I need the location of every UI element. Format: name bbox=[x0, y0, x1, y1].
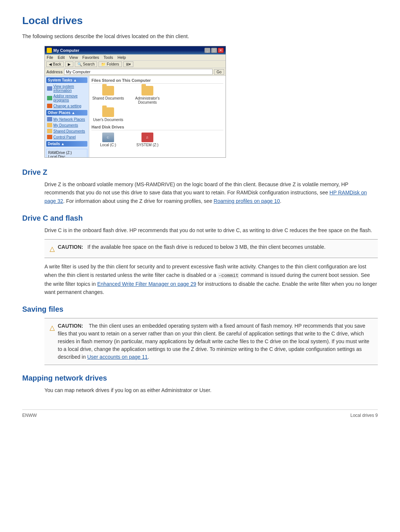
section-mapping-network-drives: Mapping network drives You can map netwo… bbox=[22, 374, 378, 394]
sidebar-item-icon bbox=[47, 117, 52, 121]
section-content-saving-files: △ CAUTION: The thin client uses an embed… bbox=[44, 318, 378, 365]
menu-favorites[interactable]: Favorites bbox=[82, 55, 99, 60]
caution-label-2: CAUTION: bbox=[58, 323, 83, 329]
page-footer: ENWW Local drives 9 bbox=[22, 409, 378, 418]
file-item-user-docs[interactable]: User's Documents bbox=[91, 107, 125, 122]
win-sidebar: System Tasks ▲ View system information A… bbox=[45, 76, 89, 157]
caution-box-saving: △ CAUTION: The thin client uses an embed… bbox=[44, 318, 378, 365]
sidebar-details-text: RAMDrive (Z:)Local DiscFile System: FATF… bbox=[48, 151, 86, 157]
caution-label: CAUTION: bbox=[58, 244, 83, 250]
link-roaming-profiles[interactable]: Roaming profiles on page 10 bbox=[214, 198, 280, 204]
hard-disk-drives-title: Hard Disk Drives bbox=[91, 125, 223, 130]
sidebar-item-label: My Documents bbox=[53, 123, 78, 127]
win-menubar: File Edit View Favorites Tools Help bbox=[45, 54, 226, 61]
drive-label: Local (C:) bbox=[100, 143, 116, 147]
file-row-user: User's Documents bbox=[91, 107, 223, 122]
sidebar-add-remove[interactable]: Add/or remove programs bbox=[46, 94, 87, 103]
intro-text: The following sections describe the loca… bbox=[22, 33, 378, 39]
file-item-system-z[interactable]: Z: SYSTEM (Z:) bbox=[131, 133, 164, 147]
sidebar-item-icon bbox=[47, 96, 52, 100]
caution-text-flash: CAUTION: If the available free space on … bbox=[58, 243, 326, 251]
section-content-drive-c: Drive C is in the onboard flash drive. H… bbox=[44, 226, 378, 296]
sidebar-my-network[interactable]: My Network Places bbox=[46, 117, 87, 122]
link-user-accounts[interactable]: User accounts on page 11 bbox=[87, 354, 147, 360]
section-title-drive-c-flash: Drive C and flash bbox=[22, 214, 378, 222]
back-button[interactable]: ◀ Back bbox=[46, 61, 64, 67]
section-title-drive-z: Drive Z bbox=[22, 168, 378, 177]
files-section-title: Files Stored on This Computer bbox=[91, 78, 223, 84]
drive-label: SYSTEM (Z:) bbox=[136, 143, 158, 147]
menu-file[interactable]: File bbox=[47, 55, 53, 60]
sidebar-item-label: Control Panel bbox=[53, 135, 76, 139]
drive-row: C: Local (C:) Z: SYSTEM (Z:) bbox=[91, 133, 223, 147]
mapping-para1: You can map network drives if you log on… bbox=[44, 386, 378, 394]
win-title-text: My Computer bbox=[47, 48, 79, 53]
search-button[interactable]: 🔍 Search bbox=[75, 61, 97, 67]
section-title-saving-files: Saving files bbox=[22, 305, 378, 314]
drive-z-para1: Drive Z is the onboard volatile memory (… bbox=[44, 180, 378, 205]
sidebar-item-icon bbox=[47, 129, 52, 133]
menu-view[interactable]: View bbox=[69, 55, 78, 60]
sidebar-shared-documents[interactable]: Shared Documents bbox=[46, 128, 87, 134]
sidebar-my-documents[interactable]: My Documents bbox=[46, 123, 87, 128]
my-computer-screenshot: My Computer _ □ ✕ File Edit View Favorit… bbox=[44, 46, 226, 158]
sidebar-details-box: RAMDrive (Z:)Local DiscFile System: FATF… bbox=[46, 149, 87, 157]
menu-help[interactable]: Help bbox=[117, 55, 126, 60]
caution-text-saving: CAUTION: The thin client uses an embedde… bbox=[58, 322, 373, 361]
drive-c-para1: Drive C is in the onboard flash drive. H… bbox=[44, 226, 378, 234]
file-row-shared: Shared Documents Administrator's Documen… bbox=[91, 86, 223, 104]
sidebar-item-icon bbox=[47, 123, 52, 127]
section-saving-files: Saving files △ CAUTION: The thin client … bbox=[22, 305, 378, 365]
minimize-button[interactable]: _ bbox=[204, 48, 210, 53]
win-controls: _ □ ✕ bbox=[204, 48, 224, 53]
sidebar-control-panel[interactable]: Control Panel bbox=[46, 134, 87, 140]
go-button[interactable]: Go bbox=[214, 69, 224, 75]
file-item-shared-docs[interactable]: Shared Documents bbox=[91, 86, 125, 100]
views-button[interactable]: ⊞▾ bbox=[123, 61, 133, 67]
sidebar-item-label: Change a setting bbox=[53, 104, 81, 108]
sidebar-item-label: Shared Documents bbox=[53, 129, 85, 133]
file-item-admin-docs[interactable]: Administrator's Documents bbox=[131, 86, 164, 104]
caution-triangle-icon: △ bbox=[50, 244, 55, 254]
folder-icon bbox=[102, 107, 114, 117]
sidebar-other-places-title: Other Places ▲ bbox=[46, 110, 87, 116]
sidebar-item-icon bbox=[47, 104, 52, 108]
sidebar-details-title: Details ▲ bbox=[46, 141, 87, 147]
sidebar-change-setting[interactable]: Change a setting bbox=[46, 103, 87, 108]
footer-right: Local drives 9 bbox=[350, 413, 378, 418]
sidebar-item-icon bbox=[47, 135, 52, 139]
address-field[interactable]: My Computer bbox=[64, 69, 213, 75]
win-body: System Tasks ▲ View system information A… bbox=[45, 76, 226, 157]
file-item-local-c[interactable]: C: Local (C:) bbox=[91, 133, 125, 147]
win-title-label: My Computer bbox=[53, 48, 79, 53]
win-title-icon bbox=[47, 48, 52, 53]
file-label: Administrator's Documents bbox=[131, 96, 164, 104]
file-label: User's Documents bbox=[93, 118, 123, 122]
section-title-mapping-network-drives: Mapping network drives bbox=[22, 374, 378, 382]
folder-icon bbox=[102, 86, 114, 96]
close-button[interactable]: ✕ bbox=[218, 48, 224, 53]
section-drive-z: Drive Z Drive Z is the onboard volatile … bbox=[22, 168, 378, 205]
forward-button[interactable]: ▶ bbox=[65, 61, 73, 67]
link-ewf-manager[interactable]: Enhanced Write Filter Manager on page 29 bbox=[97, 281, 196, 287]
drive-c-para2: A write filter is used by the thin clien… bbox=[44, 262, 378, 296]
maximize-button[interactable]: □ bbox=[211, 48, 217, 53]
section-content-drive-z: Drive Z is the onboard volatile memory (… bbox=[44, 180, 378, 205]
address-label: Address bbox=[46, 70, 63, 74]
menu-edit[interactable]: Edit bbox=[58, 55, 65, 60]
footer-left: ENWW bbox=[22, 413, 37, 418]
link-hp-ramdisk[interactable]: HP RAMDisk on page 32 bbox=[44, 190, 367, 204]
section-content-mapping: You can map network drives if you log on… bbox=[44, 386, 378, 394]
win-addressbar: Address My Computer Go bbox=[45, 68, 226, 76]
menu-tools[interactable]: Tools bbox=[104, 55, 113, 60]
sidebar-item-label: My Network Places bbox=[53, 117, 85, 121]
sidebar-item-label: Add/or remove programs bbox=[53, 94, 87, 102]
folder-icon bbox=[141, 86, 153, 96]
win-titlebar: My Computer _ □ ✕ bbox=[45, 46, 226, 54]
drive-icon-z: Z: bbox=[141, 133, 153, 142]
folders-button[interactable]: 📁 Folders bbox=[99, 61, 121, 67]
sidebar-system-tasks-title: System Tasks ▲ bbox=[46, 77, 87, 83]
sidebar-view-system-info[interactable]: View system information bbox=[46, 84, 87, 93]
sidebar-item-icon bbox=[47, 86, 52, 91]
page-title: Local drives bbox=[22, 15, 378, 27]
